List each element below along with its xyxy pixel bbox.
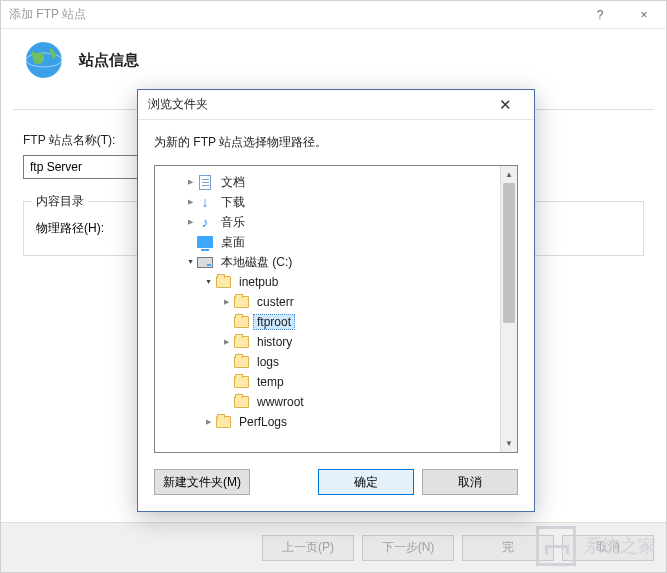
tree-node[interactable]: ♪音乐 — [155, 212, 517, 232]
finish-button: 完 — [462, 535, 554, 561]
tree-node-label[interactable]: 音乐 — [217, 213, 249, 232]
tree-node-label[interactable]: ftproot — [253, 314, 295, 330]
expand-icon[interactable] — [183, 255, 197, 269]
tree-node-label[interactable]: 文档 — [217, 173, 249, 192]
tree-node-label[interactable]: wwwroot — [253, 394, 308, 410]
tree-node[interactable]: PerfLogs — [155, 412, 517, 432]
tree-node[interactable]: ↓下载 — [155, 192, 517, 212]
tree-node-label[interactable]: history — [253, 334, 296, 350]
expand-icon[interactable] — [183, 195, 197, 209]
help-button[interactable]: ? — [578, 1, 622, 29]
globe-icon — [23, 39, 65, 81]
desktop-icon — [197, 234, 213, 250]
music-icon: ♪ — [197, 214, 213, 230]
folder-icon — [233, 354, 249, 370]
tree-node[interactable]: 文档 — [155, 172, 517, 192]
dialog-instruction: 为新的 FTP 站点选择物理路径。 — [138, 120, 534, 161]
folder-icon — [215, 414, 231, 430]
scroll-down-icon[interactable]: ▼ — [501, 435, 517, 452]
content-dir-legend: 内容目录 — [32, 193, 88, 210]
tree-node[interactable]: temp — [155, 372, 517, 392]
tree-node-label[interactable]: temp — [253, 374, 288, 390]
tree-node[interactable]: history — [155, 332, 517, 352]
expand-icon[interactable] — [183, 175, 197, 189]
tree-node[interactable]: custerr — [155, 292, 517, 312]
folder-icon — [233, 314, 249, 330]
tree-node-label[interactable]: 本地磁盘 (C:) — [217, 253, 296, 272]
tree-node-label[interactable]: 下载 — [217, 193, 249, 212]
documents-icon — [197, 174, 213, 190]
ok-button[interactable]: 确定 — [318, 469, 414, 495]
tree-node[interactable]: inetpub — [155, 272, 517, 292]
expand-icon[interactable] — [219, 295, 233, 309]
dialog-close-icon[interactable]: ✕ — [486, 92, 524, 118]
folder-icon — [233, 374, 249, 390]
tree-node-label[interactable]: inetpub — [235, 274, 282, 290]
dialog-cancel-button[interactable]: 取消 — [422, 469, 518, 495]
folder-icon — [233, 394, 249, 410]
scrollbar[interactable]: ▲ ▼ — [500, 166, 517, 452]
tree-node[interactable]: 桌面 — [155, 232, 517, 252]
new-folder-button[interactable]: 新建文件夹(M) — [154, 469, 250, 495]
folder-icon — [215, 274, 231, 290]
dialog-title: 浏览文件夹 — [148, 96, 486, 113]
close-button[interactable]: × — [622, 1, 666, 29]
tree-node[interactable]: logs — [155, 352, 517, 372]
expand-icon[interactable] — [219, 335, 233, 349]
expand-icon[interactable] — [201, 415, 215, 429]
tree-node-label[interactable]: PerfLogs — [235, 414, 291, 430]
expand-icon[interactable] — [183, 215, 197, 229]
tree-node[interactable]: 本地磁盘 (C:) — [155, 252, 517, 272]
downloads-icon: ↓ — [197, 194, 213, 210]
cancel-button: 取消 — [562, 535, 654, 561]
browse-folder-dialog: 浏览文件夹 ✕ 为新的 FTP 站点选择物理路径。 文档↓下载♪音乐桌面本地磁盘… — [137, 89, 535, 512]
folder-icon — [233, 294, 249, 310]
drive-icon — [197, 254, 213, 270]
expand-icon[interactable] — [201, 275, 215, 289]
tree-node[interactable]: ftproot — [155, 312, 517, 332]
tree-node-label[interactable]: 桌面 — [217, 233, 249, 252]
window-titlebar: 添加 FTP 站点 ? × — [1, 1, 666, 29]
wizard-heading: 站点信息 — [79, 51, 139, 70]
scroll-thumb[interactable] — [503, 183, 515, 323]
next-button: 下一步(N) — [362, 535, 454, 561]
folder-icon — [233, 334, 249, 350]
window-title: 添加 FTP 站点 — [9, 6, 578, 23]
wizard-button-bar: 上一页(P) 下一步(N) 完 取消 — [1, 522, 666, 572]
tree-node-label[interactable]: logs — [253, 354, 283, 370]
scroll-up-icon[interactable]: ▲ — [501, 166, 517, 183]
folder-tree[interactable]: 文档↓下载♪音乐桌面本地磁盘 (C:)inetpubcusterrftproot… — [154, 165, 518, 453]
tree-node[interactable]: wwwroot — [155, 392, 517, 412]
tree-node-label[interactable]: custerr — [253, 294, 298, 310]
prev-button: 上一页(P) — [262, 535, 354, 561]
